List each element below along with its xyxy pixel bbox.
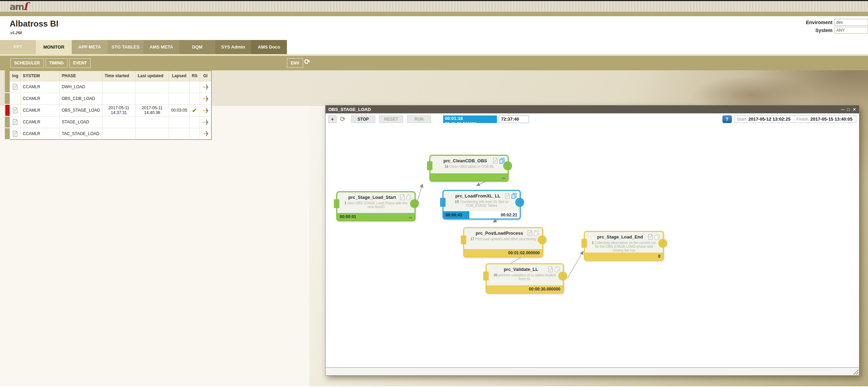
gi-icon[interactable] — [200, 116, 211, 128]
column-header-rs[interactable]: RS — [189, 71, 200, 81]
node-icon-group — [648, 234, 660, 241]
column-header-time-started[interactable]: Time started — [102, 71, 136, 81]
log-icon[interactable] — [10, 104, 21, 116]
node-status-bar: 00:00:01... — [337, 213, 415, 220]
refresh-icon[interactable]: ⟳ — [304, 58, 310, 66]
timing-button[interactable]: TIMING — [46, 58, 68, 68]
node-input-port[interactable] — [334, 199, 339, 208]
environment-input[interactable] — [835, 19, 868, 26]
process-node-prc_loadfromxl_ll[interactable]: prc_LoadFromXL_LL19 Transferring info fr… — [442, 190, 521, 220]
node-icon-group — [548, 266, 560, 274]
log-icon[interactable] — [400, 194, 405, 202]
tab-stg-tables[interactable]: STG TABLES — [108, 40, 143, 54]
process-node-prc_cleancdb_obs[interactable]: prc_CleanCDB_OBS16 Clean OBS tables in C… — [429, 155, 509, 182]
tab-app-meta[interactable]: APP META — [72, 40, 108, 54]
tab-sys-admin[interactable]: SYS Admin — [215, 40, 251, 54]
log-icon[interactable] — [10, 93, 21, 104]
minimize-icon[interactable]: ─ — [841, 107, 844, 112]
copy-icon[interactable] — [511, 193, 517, 200]
copy-icon[interactable] — [533, 230, 539, 237]
process-node-prc_stage_load_start[interactable]: prc_Stage_Load_Start1 Start OBS STAGE Lo… — [336, 191, 416, 221]
tab-monitor[interactable]: MONITOR — [36, 40, 72, 54]
table-row: CCAMLRSTAGE_LOAD — [5, 116, 211, 128]
tab-dqm[interactable]: DQM — [179, 40, 215, 54]
copy-icon[interactable] — [499, 158, 505, 165]
window-title: OBS_STAGE_LOAD — [328, 107, 371, 112]
log-icon[interactable] — [493, 158, 498, 165]
tab-ams-meta[interactable]: AMS META — [143, 40, 179, 54]
node-input-port[interactable] — [461, 235, 466, 244]
gi-icon[interactable] — [200, 104, 211, 116]
cell-lapsed — [169, 116, 190, 128]
elapsed-time-cell[interactable]: 00:01:18 72:38:39.000000 — [443, 115, 497, 123]
cell-lapsed — [169, 93, 190, 104]
node-bar-right: 0 — [658, 254, 660, 259]
log-icon[interactable] — [10, 81, 21, 93]
cell-rs — [189, 81, 200, 93]
node-status-bar: ... — [430, 173, 508, 181]
add-button[interactable]: + — [328, 115, 337, 123]
node-input-port[interactable] — [581, 239, 587, 248]
env-button[interactable]: ENV — [287, 58, 303, 68]
copy-icon[interactable] — [554, 266, 560, 274]
tab-ams-doco[interactable]: AMS Doco — [251, 40, 287, 54]
tab-ppt[interactable]: PPT — [0, 40, 36, 54]
copy-icon[interactable] — [654, 234, 660, 241]
gi-icon[interactable] — [200, 81, 211, 93]
column-header-log[interactable]: log — [10, 71, 21, 81]
cell-system: CCAMLR — [21, 81, 60, 93]
node-input-port[interactable] — [440, 198, 446, 207]
log-icon[interactable] — [548, 266, 553, 274]
process-node-prc_validate_ll[interactable]: prc_Validate_LL30 perform validation of … — [486, 263, 564, 294]
column-header-gi[interactable]: GI — [200, 71, 211, 81]
system-input[interactable] — [835, 27, 868, 33]
column-header-system[interactable]: SYSTEM — [21, 71, 60, 81]
log-icon[interactable] — [648, 234, 653, 241]
window-title-bar[interactable]: OBS_STAGE_LOAD ─ □ ✕ — [326, 105, 859, 113]
cell-system: CCAMLR — [21, 93, 60, 104]
environment-panel: Enviroment System — [754, 19, 868, 35]
node-bar-right: ... — [502, 175, 505, 180]
scheduler-button[interactable]: SCHEDULER — [10, 58, 44, 68]
cell-time-started — [102, 81, 136, 93]
column-header-last-updated[interactable]: Last updated — [136, 71, 169, 81]
help-button[interactable]: ? — [722, 115, 732, 123]
column-header-phase[interactable]: PHASE — [60, 71, 102, 81]
gi-icon[interactable] — [200, 128, 211, 140]
column-header-lapsed[interactable]: Lapsed — [169, 71, 190, 81]
cell-phase: STAGE_LOAD — [60, 116, 102, 128]
window-refresh-icon[interactable]: ⟳ — [338, 115, 347, 123]
log-icon[interactable] — [527, 230, 532, 237]
cell-system: CCAMLR — [21, 104, 60, 116]
page-title: Albatross BI — [10, 19, 58, 29]
obs-stage-load-window: OBS_STAGE_LOAD ─ □ ✕ + ⟳ STOP RESET RUN … — [325, 105, 859, 376]
start-label: Start — [735, 116, 748, 122]
reset-button[interactable]: RESET — [379, 115, 403, 123]
run-button[interactable]: RUN — [407, 115, 431, 123]
log-icon[interactable] — [10, 116, 21, 128]
page-header: Albatross BI v1.256 Enviroment System — [0, 16, 868, 40]
workflow-canvas[interactable]: prc_Stage_Load_Start1 Start OBS STAGE Lo… — [326, 125, 859, 367]
finish-value: 2017-05-15 13:40:05 — [810, 116, 856, 122]
event-button[interactable]: EVENT — [69, 58, 91, 68]
start-finish-range: Start 2017-05-12 13:02:25 Finish 2017-05… — [735, 115, 856, 123]
system-label: System — [815, 28, 832, 33]
log-icon[interactable] — [505, 193, 510, 200]
maximize-icon[interactable]: □ — [847, 107, 850, 112]
finish-label: Finish — [794, 116, 810, 122]
stop-button[interactable]: STOP — [351, 115, 375, 123]
process-node-prc_stage_load_end[interactable]: prc_Stage_Load_End1 Collecting informati… — [584, 231, 664, 261]
node-input-port[interactable] — [427, 161, 432, 170]
copy-icon[interactable] — [406, 194, 412, 202]
resize-grip[interactable] — [852, 369, 858, 375]
close-icon[interactable]: ✕ — [852, 107, 856, 112]
khaki-divider — [0, 12, 868, 16]
ams-logo-am: am — [10, 2, 24, 12]
process-node-prc_postloadprocess[interactable]: prc_PostLoadProcess17 Post load updates … — [463, 227, 543, 257]
node-progress-elapsed: 00:00:43 — [443, 211, 469, 218]
indicator-column-header — [5, 71, 10, 81]
log-icon[interactable] — [10, 128, 21, 140]
node-input-port[interactable] — [483, 272, 489, 281]
gi-icon[interactable] — [200, 93, 211, 104]
node-bar-left: 00:00:01 — [340, 214, 356, 219]
